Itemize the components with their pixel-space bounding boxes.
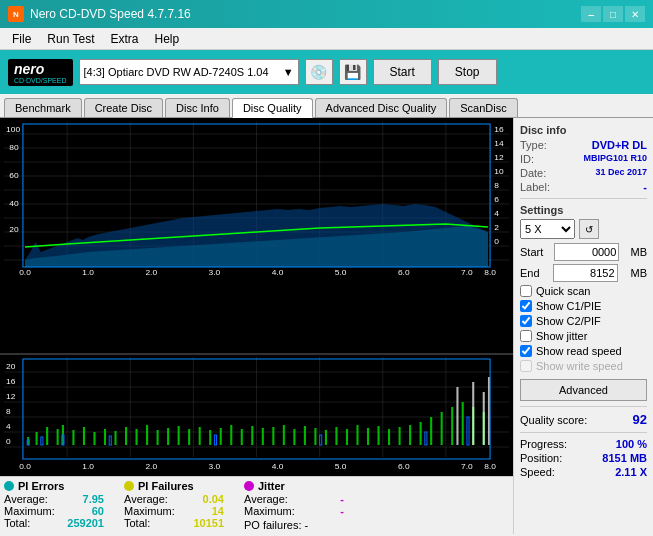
nero-logo: nero CD·DVD/SPEED bbox=[8, 59, 73, 86]
svg-rect-75 bbox=[146, 425, 148, 445]
svg-rect-89 bbox=[293, 429, 295, 445]
pi-failures-legend: PI Failures Average: 0.04 Maximum: 14 To… bbox=[124, 480, 224, 531]
svg-rect-70 bbox=[93, 432, 95, 445]
date-value: 31 Dec 2017 bbox=[595, 167, 647, 179]
pi-failures-avg-label: Average: bbox=[124, 493, 168, 505]
svg-rect-82 bbox=[220, 428, 222, 445]
start-button[interactable]: Start bbox=[373, 59, 432, 85]
svg-rect-118 bbox=[483, 392, 485, 445]
disc-label-label: Label: bbox=[520, 181, 550, 193]
disc-icon-button[interactable]: 💿 bbox=[305, 59, 333, 85]
tab-disc-quality[interactable]: Disc Quality bbox=[232, 98, 313, 118]
type-value: DVD+R DL bbox=[592, 139, 647, 151]
svg-rect-96 bbox=[367, 428, 369, 445]
bottom-chart: 20 16 12 8 4 0 bbox=[4, 357, 509, 472]
svg-rect-84 bbox=[241, 429, 243, 445]
show-jitter-row: Show jitter bbox=[520, 330, 647, 342]
refresh-button[interactable]: ↺ bbox=[579, 219, 599, 239]
show-c2-pif-checkbox[interactable] bbox=[520, 315, 532, 327]
svg-rect-76 bbox=[157, 430, 159, 445]
svg-text:16: 16 bbox=[6, 377, 16, 386]
svg-rect-93 bbox=[335, 427, 337, 445]
jitter-max-value: - bbox=[340, 505, 344, 517]
svg-text:10: 10 bbox=[494, 167, 504, 176]
svg-text:3.0: 3.0 bbox=[209, 268, 221, 277]
start-input[interactable] bbox=[554, 243, 619, 261]
menu-help[interactable]: Help bbox=[147, 30, 188, 48]
svg-rect-104 bbox=[451, 407, 453, 445]
speed-select[interactable]: 5 X 1 X 2 X 4 X 8 X Max bbox=[520, 219, 575, 239]
quick-scan-row: Quick scan bbox=[520, 285, 647, 297]
end-input[interactable] bbox=[553, 264, 618, 282]
show-c2-pif-row: Show C2/PIF bbox=[520, 315, 647, 327]
title-bar: N Nero CD-DVD Speed 4.7.7.16 ‒ □ ✕ bbox=[0, 0, 653, 28]
svg-rect-101 bbox=[420, 422, 422, 445]
speed-settings-row: 5 X 1 X 2 X 4 X 8 X Max ↺ bbox=[520, 219, 647, 239]
svg-rect-97 bbox=[377, 426, 379, 445]
show-jitter-checkbox[interactable] bbox=[520, 330, 532, 342]
show-write-speed-checkbox[interactable] bbox=[520, 360, 532, 372]
menu-file[interactable]: File bbox=[4, 30, 39, 48]
quality-label: Quality score: bbox=[520, 414, 587, 426]
svg-text:1.0: 1.0 bbox=[82, 462, 94, 471]
menu-bar: File Run Test Extra Help bbox=[0, 28, 653, 50]
show-c1-pie-label: Show C1/PIE bbox=[536, 300, 601, 312]
pi-errors-total-label: Total: bbox=[4, 517, 30, 529]
svg-rect-86 bbox=[262, 428, 264, 445]
svg-rect-77 bbox=[167, 428, 169, 445]
svg-text:16: 16 bbox=[494, 125, 504, 134]
menu-run-test[interactable]: Run Test bbox=[39, 30, 102, 48]
tab-advanced-disc-quality[interactable]: Advanced Disc Quality bbox=[315, 98, 448, 117]
show-read-speed-checkbox[interactable] bbox=[520, 345, 532, 357]
po-failures-value: - bbox=[305, 519, 309, 531]
top-chart: 16 14 12 10 8 6 4 2 0 100 80 60 40 20 bbox=[4, 122, 509, 277]
save-button[interactable]: 💾 bbox=[339, 59, 367, 85]
menu-extra[interactable]: Extra bbox=[102, 30, 146, 48]
main-content: 16 14 12 10 8 6 4 2 0 100 80 60 40 20 bbox=[0, 118, 653, 534]
divider-1 bbox=[520, 198, 647, 199]
progress-label: Progress: bbox=[520, 438, 567, 450]
advanced-button[interactable]: Advanced bbox=[520, 379, 647, 401]
tab-scandisc[interactable]: ScanDisc bbox=[449, 98, 517, 117]
svg-rect-103 bbox=[441, 412, 443, 445]
svg-text:60: 60 bbox=[9, 171, 19, 180]
close-button[interactable]: ✕ bbox=[625, 6, 645, 22]
maximize-button[interactable]: □ bbox=[603, 6, 623, 22]
tab-benchmark[interactable]: Benchmark bbox=[4, 98, 82, 117]
speed-row: Speed: 2.11 X bbox=[520, 466, 647, 478]
svg-text:0: 0 bbox=[6, 437, 11, 446]
quick-scan-checkbox[interactable] bbox=[520, 285, 532, 297]
tab-create-disc[interactable]: Create Disc bbox=[84, 98, 163, 117]
stop-button[interactable]: Stop bbox=[438, 59, 497, 85]
svg-rect-80 bbox=[199, 427, 201, 445]
pi-failures-max-label: Maximum: bbox=[124, 505, 175, 517]
show-read-speed-row: Show read speed bbox=[520, 345, 647, 357]
jitter-avg-value: - bbox=[340, 493, 344, 505]
jitter-color bbox=[244, 481, 254, 491]
show-c1-pie-checkbox[interactable] bbox=[520, 300, 532, 312]
progress-value: 100 % bbox=[616, 438, 647, 450]
drive-dropdown[interactable]: [4:3] Optiarc DVD RW AD-7240S 1.04 ▼ bbox=[79, 59, 299, 85]
svg-rect-65 bbox=[46, 427, 48, 445]
svg-rect-116 bbox=[456, 387, 458, 445]
pi-failures-color bbox=[124, 481, 134, 491]
jitter-label: Jitter bbox=[258, 480, 285, 492]
end-mb-unit: MB bbox=[630, 267, 647, 279]
tab-disc-info[interactable]: Disc Info bbox=[165, 98, 230, 117]
svg-rect-81 bbox=[209, 430, 211, 445]
show-write-speed-row: Show write speed bbox=[520, 360, 647, 372]
quality-score-row: Quality score: 92 bbox=[520, 412, 647, 427]
svg-text:8: 8 bbox=[494, 181, 499, 190]
pi-errors-avg-value: 7.95 bbox=[83, 493, 104, 505]
svg-rect-73 bbox=[125, 427, 127, 445]
toolbar: nero CD·DVD/SPEED [4:3] Optiarc DVD RW A… bbox=[0, 50, 653, 94]
svg-rect-98 bbox=[388, 429, 390, 445]
svg-text:0.0: 0.0 bbox=[19, 462, 31, 471]
minimize-button[interactable]: ‒ bbox=[581, 6, 601, 22]
svg-text:6: 6 bbox=[494, 195, 499, 204]
jitter-max-label: Maximum: bbox=[244, 505, 295, 517]
po-failures-label: PO failures: bbox=[244, 519, 301, 531]
svg-rect-69 bbox=[83, 427, 85, 445]
svg-text:12: 12 bbox=[494, 153, 504, 162]
svg-text:2.0: 2.0 bbox=[145, 268, 157, 277]
